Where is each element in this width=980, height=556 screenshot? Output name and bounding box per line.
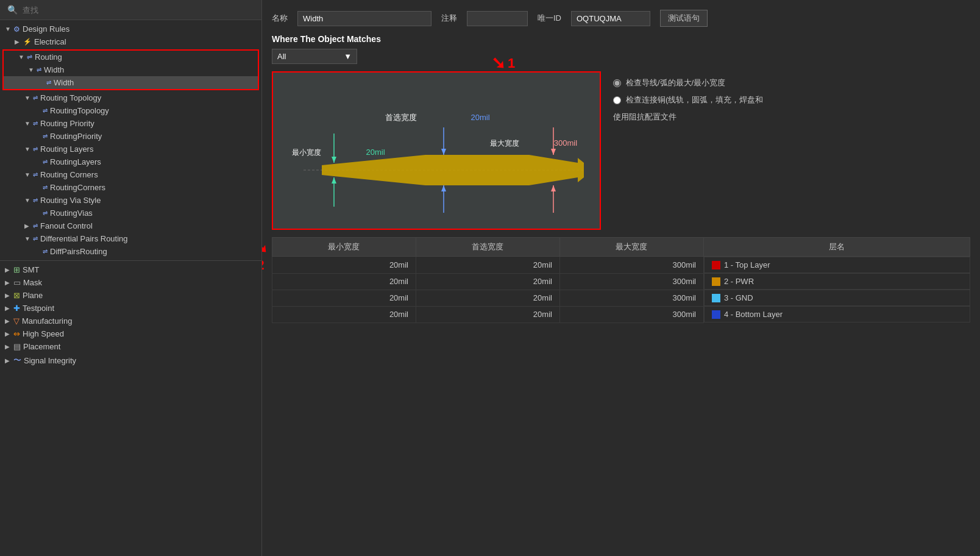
tree-item-design-rules[interactable]: ⚙ Design Rules (0, 23, 261, 35)
tree-item-label: Signal Integrity (24, 356, 76, 365)
sub-icon: ⇌ (33, 197, 38, 204)
object-match-section: Where The Object Matches All ▼ (272, 34, 970, 64)
tree-item-manufacturing[interactable]: ▽ Manufacturing (0, 315, 261, 327)
radio-check-copper[interactable] (613, 96, 621, 104)
tree-item-routing-vias-child[interactable]: ⇌ RoutingVias (0, 207, 261, 219)
tree-item-label: RoutingCorners (50, 183, 105, 192)
radio-check-trace[interactable] (613, 79, 621, 87)
name-input[interactable] (297, 11, 431, 26)
uid-label: 唯一ID (538, 13, 561, 24)
tree-item-routing[interactable]: ⇌ Routing (4, 51, 258, 63)
tree-item-mask[interactable]: ▭ Mask (0, 276, 261, 289)
placement-icon: ▤ (13, 342, 21, 351)
sub-icon: ⇌ (43, 184, 48, 191)
tree-item-routing-corners[interactable]: ⇌ Routing Corners (0, 168, 261, 181)
electrical-icon: ⚡ (23, 38, 32, 46)
sub-icon: ⇌ (33, 235, 38, 242)
object-match-dropdown[interactable]: All ▼ (272, 49, 357, 64)
smt-icon: ⊞ (13, 265, 20, 274)
table-row[interactable]: 20mil20mil300mil2 - PWR (272, 273, 970, 290)
tree-item-signal-integrity[interactable]: 〜 Signal Integrity (0, 353, 261, 368)
cell-min: 20mil (272, 273, 416, 290)
tree-item-smt[interactable]: ⊞ SMT (0, 263, 261, 276)
tree-item-label: Differential Pairs Routing (40, 234, 128, 243)
search-icon: 🔍 (7, 5, 18, 15)
search-input[interactable] (23, 5, 254, 15)
tree-item-plane[interactable]: ⊠ Plane (0, 289, 261, 302)
sub-icon: ⇌ (43, 133, 48, 140)
tree-item-label: DiffPairsRouting (50, 247, 107, 256)
manufacturing-icon: ▽ (13, 316, 20, 326)
expand-arrow (24, 197, 33, 204)
tree-item-label: Testpoint (23, 304, 54, 313)
tree-item-width-parent[interactable]: ⇌ Width (4, 63, 258, 76)
svg-text:20mil: 20mil (470, 113, 489, 122)
radio-label-1: 检查导线/弧的最大/最小宽度 (626, 77, 725, 88)
cell-pref: 20mil (416, 306, 559, 323)
svg-text:20mil: 20mil (366, 148, 385, 157)
tree-item-label: RoutingTopology (50, 106, 109, 115)
table-row[interactable]: 20mil20mil300mil1 - Top Layer (272, 257, 970, 274)
tree-item-high-speed[interactable]: ⇔ High Speed (0, 327, 261, 340)
cell-max: 300mil (559, 257, 703, 274)
expand-arrow (5, 266, 13, 273)
uid-input[interactable] (571, 11, 650, 26)
expand-arrow (5, 343, 13, 350)
check-row: 使用阻抗配置文件 (613, 112, 763, 123)
test-button[interactable]: 测试语句 (660, 10, 708, 27)
tree-item-routing-via-style[interactable]: ⇌ Routing Via Style (0, 194, 261, 207)
header-row: 名称 注释 唯一ID 测试语句 (272, 10, 970, 27)
tree-item-label: Placement (23, 342, 60, 351)
col-header-min: 最小宽度 (272, 238, 416, 257)
expand-arrow (24, 146, 33, 152)
tree-item-label: RoutingPriority (50, 132, 102, 141)
expand-arrow (24, 235, 33, 242)
table-row[interactable]: 20mil20mil300mil3 - GND (272, 290, 970, 306)
testpoint-icon: ✚ (13, 304, 20, 313)
constraint-section: ➘ 1 (272, 71, 970, 230)
tree-item-diff-pairs-child[interactable]: ⇌ DiffPairsRouting (0, 245, 261, 258)
comment-input[interactable] (467, 11, 528, 26)
tree-item-routing-topology[interactable]: ⇌ Routing Topology (0, 91, 261, 104)
layer-color-swatch (712, 310, 720, 319)
annotation-2: ➘ 2 (262, 237, 268, 273)
sub-icon: ⇌ (43, 107, 48, 114)
tree-item-routing-priority[interactable]: ⇌ Routing Priority (0, 117, 261, 130)
table-row[interactable]: 20mil20mil300mil4 - Bottom Layer (272, 306, 970, 323)
tree-item-routing-layers[interactable]: ⇌ Routing Layers (0, 143, 261, 155)
sub-icon: ⇌ (43, 159, 48, 165)
tree-item-routing-topology-child[interactable]: ⇌ RoutingTopology (0, 104, 261, 117)
design-rules-icon: ⚙ (13, 25, 20, 34)
width-diagram-svg: 首选宽度 20mil 最小宽度 20mil 最大宽度 300mil (273, 73, 601, 230)
sub-icon: ⇌ (33, 120, 38, 127)
svg-text:300mil: 300mil (554, 138, 577, 148)
width-diagram: 首选宽度 20mil 最小宽度 20mil 最大宽度 300mil (272, 71, 601, 230)
expand-arrow (5, 279, 13, 286)
tree-item-label: Design Rules (23, 24, 69, 34)
tree-item-placement[interactable]: ▤ Placement (0, 340, 261, 353)
expand-arrow (24, 94, 33, 101)
search-bar: 🔍 (0, 0, 261, 20)
expand-arrow (5, 292, 13, 299)
tree-item-label: Mask (23, 278, 42, 287)
tree-item-fanout-control[interactable]: ⇌ Fanout Control (0, 219, 261, 232)
cell-min: 20mil (272, 257, 416, 274)
layer-color-swatch (712, 294, 720, 302)
tree-item-label: Manufacturing (22, 316, 72, 326)
tree-item-routing-corners-child[interactable]: ⇌ RoutingCorners (0, 181, 261, 194)
tree-item-routing-priority-child[interactable]: ⇌ RoutingPriority (0, 130, 261, 143)
tree-item-routing-layers-child[interactable]: ⇌ RoutingLayers (0, 155, 261, 168)
tree-item-testpoint[interactable]: ✚ Testpoint (0, 302, 261, 315)
tree-item-diff-pairs[interactable]: ⇌ Differential Pairs Routing (0, 232, 261, 245)
tree-item-width-child[interactable]: ⇌ Width (4, 76, 258, 89)
chevron-down-icon: ▼ (344, 52, 352, 61)
tree-item-electrical[interactable]: ⚡ Electrical (0, 35, 261, 48)
tree-item-label: Fanout Control (40, 221, 93, 230)
tree-item-label: Routing Corners (40, 170, 98, 179)
expand-arrow (5, 330, 13, 337)
cell-pref: 20mil (416, 257, 559, 274)
expand-arrow (5, 318, 13, 324)
cell-pref: 20mil (416, 290, 559, 306)
routing-icon: ⇌ (27, 53, 32, 61)
left-panel: 🔍 ⚙ Design Rules ⚡ Electrical ⇌ Routing (0, 0, 262, 556)
